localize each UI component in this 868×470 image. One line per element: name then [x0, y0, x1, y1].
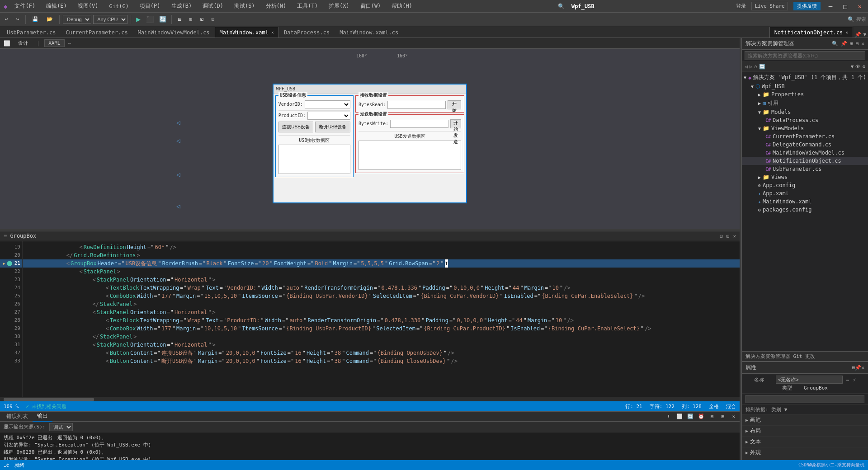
tab-dataprocess[interactable]: DataProcess.cs	[279, 27, 335, 38]
usb-recv-textarea[interactable]	[278, 145, 350, 174]
usb-send-textarea[interactable]	[359, 141, 461, 170]
tab-overflow-btn[interactable]: ▼	[863, 32, 866, 38]
solution-search-input[interactable]	[745, 51, 865, 60]
solution-expand-icon[interactable]: ⊞	[850, 41, 853, 47]
tree-mainwindowxaml[interactable]: ✦ MainWindow.xaml	[742, 197, 868, 206]
tab-mainwindow-xaml-cs[interactable]: MainWindow.xaml.cs	[335, 27, 403, 38]
feedback-btn[interactable]: 提供反馈	[793, 2, 821, 10]
tree-solution-root[interactable]: ▼ ◆ 解决方案 'Wpf_USB' (1 个项目，共 1 个)	[742, 73, 868, 82]
toolbar-misc-4[interactable]: ⊟	[208, 15, 218, 24]
sol-home-btn[interactable]: ⌂	[754, 64, 757, 70]
tree-references[interactable]: ▶ ⊞ 引用	[742, 99, 868, 108]
split-vertical-btn[interactable]: ⊟	[720, 233, 723, 239]
menu-tools[interactable]: 工具(T)	[293, 1, 321, 11]
props-sort-bar[interactable]: 排列依据: 类别 ▼	[742, 405, 868, 415]
output-source-select[interactable]: 调试	[49, 423, 73, 431]
disconnect-btn[interactable]: 断开USB设备	[315, 122, 350, 132]
tab-close-btn[interactable]: ✕	[271, 30, 274, 35]
sol-settings-btn[interactable]: ⚙	[862, 64, 865, 70]
restart-btn[interactable]: 🔄	[157, 16, 168, 23]
props-pin-icon[interactable]: 📌	[855, 365, 861, 371]
toolbar-undo-btn[interactable]: ↩	[2, 15, 11, 24]
tree-currentparam[interactable]: C# CurrentParameter.cs	[742, 132, 868, 141]
solution-pin-icon[interactable]: 📌	[841, 41, 847, 47]
solution-search-icon[interactable]: 🔍	[832, 41, 838, 47]
tree-views[interactable]: ▶ 📁 Views	[742, 173, 868, 181]
tab-pin-btn[interactable]: 📌	[855, 32, 861, 38]
close-btn[interactable]: ✕	[855, 2, 864, 11]
connect-btn[interactable]: 连接USB设备	[278, 122, 314, 132]
tree-appxaml[interactable]: ✦ App.xaml	[742, 189, 868, 197]
code-lines[interactable]: <RowDefinition Height="60*" /> </Grid.Ro…	[23, 241, 740, 397]
menu-git[interactable]: Git(G)	[106, 2, 132, 10]
tree-viewmodels[interactable]: ▼ 📁 ViewModels	[742, 124, 868, 132]
solution-close-icon[interactable]: ✕	[861, 41, 864, 47]
close-editor-btn[interactable]: ✕	[733, 233, 736, 239]
tab-errorlist[interactable]: 错误列表	[2, 412, 33, 421]
prop-cat-brush[interactable]: ▶ 画笔	[742, 415, 868, 426]
solution-collapse-icon[interactable]: ⊟	[856, 41, 859, 47]
tree-appconfig[interactable]: ⚙ App.config	[742, 181, 868, 189]
tab-usbparameter[interactable]: UsbParameter.cs	[2, 27, 61, 38]
menu-project[interactable]: 项目(P)	[136, 1, 164, 11]
toolbar-open-btn[interactable]: 📂	[43, 15, 56, 24]
output-collapse-btn[interactable]: ⊟	[708, 413, 716, 421]
vendorid-combobox[interactable]	[305, 100, 350, 108]
minimize-btn[interactable]: ─	[826, 2, 835, 11]
sol-forward-btn[interactable]: ▷	[750, 64, 753, 70]
platform-select[interactable]: Any CPU	[93, 15, 127, 24]
prop-cat-layout[interactable]: ▶ 布局	[742, 426, 868, 437]
output-close-btn[interactable]: ✕	[730, 413, 738, 421]
debug-mode-select[interactable]: Debug	[63, 15, 91, 24]
tree-usbparam[interactable]: C# UsbParameter.cs	[742, 165, 868, 173]
start-btn[interactable]: ▶	[134, 15, 142, 24]
props-search-input[interactable]	[745, 395, 864, 403]
tree-dataprocess[interactable]: C# DataProcess.cs	[742, 116, 868, 124]
toolbar-misc-2[interactable]: ⊞	[186, 15, 196, 24]
menu-analyze[interactable]: 分析(N)	[262, 1, 290, 11]
toolbar-misc-1[interactable]: ⬓	[175, 15, 184, 24]
props-sort-icon[interactable]: ⊞	[852, 365, 855, 371]
maximize-btn[interactable]: □	[840, 2, 849, 11]
menu-file[interactable]: 文件(F)	[11, 1, 39, 11]
output-btn-2[interactable]: ⬜	[675, 413, 684, 421]
toolbar-misc-3[interactable]: ⬕	[197, 15, 207, 24]
menu-test[interactable]: 测试(S)	[231, 1, 259, 11]
output-btn-4[interactable]: ⏰	[697, 413, 705, 421]
tab-currentparameter[interactable]: CurrentParameter.cs	[61, 27, 132, 38]
menu-debug[interactable]: 调试(D)	[199, 1, 227, 11]
bytes-write-input[interactable]	[390, 120, 448, 128]
menu-view[interactable]: 视图(V)	[74, 1, 102, 11]
design-tab[interactable]: 设计	[14, 39, 32, 47]
props-action-1[interactable]: ✏	[846, 377, 849, 383]
split-horizontal-btn[interactable]: ⊞	[726, 233, 730, 239]
start-receive-btn[interactable]: 开始接收	[448, 100, 461, 109]
tab-notificationobject[interactable]: NotificationObject.cs ✕	[769, 27, 854, 38]
tab-mainwindowviewmodel[interactable]: MainWindowViewModel.cs	[133, 27, 215, 38]
prop-cat-appearance[interactable]: ▶ 外观	[742, 447, 868, 458]
code-hscroll[interactable]	[0, 397, 740, 401]
xaml-edit-icon[interactable]: ✏	[68, 40, 71, 46]
start-send-btn[interactable]: 开始发送	[450, 119, 461, 128]
output-expand-btn[interactable]: ⊞	[719, 413, 727, 421]
stop-btn[interactable]: ⬛	[144, 16, 156, 23]
bytes-read-input[interactable]	[387, 101, 446, 109]
tab-output[interactable]: 输出	[33, 411, 52, 422]
tree-mainwindowvm[interactable]: C# MainWindowViewModel.cs	[742, 149, 868, 157]
toolbar-save-btn[interactable]: 💾	[29, 15, 42, 24]
live-share-btn[interactable]: Live Share	[751, 2, 788, 10]
sol-preview-btn[interactable]: 👁	[855, 64, 860, 70]
productid-combobox[interactable]	[307, 112, 350, 120]
sol-back-btn[interactable]: ◁	[745, 64, 748, 70]
menu-edit[interactable]: 编辑(E)	[42, 1, 71, 11]
menu-help[interactable]: 帮助(H)	[388, 1, 416, 11]
tab-close-right-btn[interactable]: ✕	[845, 30, 848, 35]
tree-notificationobj[interactable]: C# NotificationObject.cs	[742, 157, 868, 165]
tree-models[interactable]: ▼ 📁 Models	[742, 108, 868, 116]
props-name-input[interactable]	[776, 376, 843, 384]
xaml-tab[interactable]: XAML	[44, 39, 65, 47]
tab-mainwindow-xaml[interactable]: MainWindow.xaml ✕	[215, 27, 279, 38]
tree-delegatecmd[interactable]: C# DelegateCommand.cs	[742, 141, 868, 149]
tree-properties[interactable]: ▶ 📁 Properties	[742, 90, 868, 99]
sign-in-btn[interactable]: 登录	[736, 3, 746, 9]
